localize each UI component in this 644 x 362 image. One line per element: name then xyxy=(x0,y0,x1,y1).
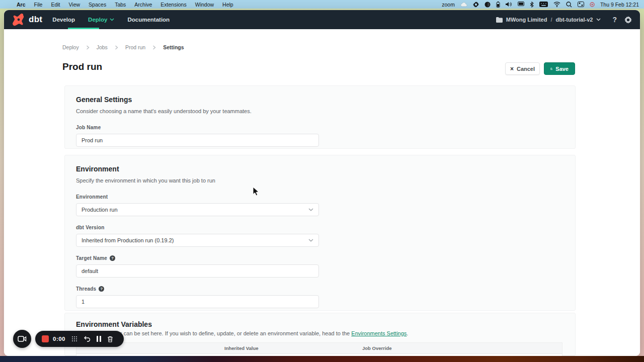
nav-item-documentation[interactable]: Documentation xyxy=(127,17,170,23)
navbar-right: MWong Limited / dbt-tutorial-v2 ? xyxy=(496,16,632,24)
restart-undo-icon[interactable] xyxy=(84,336,91,342)
nav-item-develop[interactable]: Develop xyxy=(52,17,75,23)
target-name-field: Target Name ? default xyxy=(76,255,564,278)
cancel-button[interactable]: × Cancel xyxy=(505,62,540,75)
table-header-row: Inherited Value Job Override xyxy=(76,342,562,353)
control-center-icon[interactable] xyxy=(578,2,584,7)
menu-arc[interactable]: Arc xyxy=(17,2,26,8)
menu-extensions[interactable]: Extensions xyxy=(160,2,186,8)
environment-card: Environment Specify the environment in w… xyxy=(64,155,576,311)
nav-item-deploy[interactable]: Deploy xyxy=(88,17,114,23)
breadcrumb-deploy[interactable]: Deploy xyxy=(62,44,79,50)
general-settings-title: General Settings xyxy=(76,96,564,104)
environment-select[interactable]: Production run xyxy=(76,203,319,216)
target-name-label-text: Target Name xyxy=(76,255,107,261)
menu-archive[interactable]: Archive xyxy=(134,2,152,8)
dbt-version-label: dbt Version xyxy=(76,225,564,230)
macos-menubar: Arc File Edit View Spaces Tabs Archive E… xyxy=(0,0,644,9)
close-x-icon: × xyxy=(510,65,514,72)
cloud-icon[interactable] xyxy=(460,2,467,7)
help-icon[interactable]: ? xyxy=(99,286,104,292)
menu-file[interactable]: File xyxy=(34,2,43,8)
menu-spaces[interactable]: Spaces xyxy=(89,2,106,8)
menu-view[interactable]: View xyxy=(69,2,80,8)
help-icon[interactable]: ? xyxy=(110,255,115,261)
general-settings-card: General Settings Consider choosing a nam… xyxy=(64,85,576,149)
menu-tabs[interactable]: Tabs xyxy=(115,2,126,8)
dbt-logo-text: dbt xyxy=(29,15,42,25)
threads-input[interactable]: 1 xyxy=(76,295,319,308)
folder-icon xyxy=(496,17,503,23)
breadcrumb-jobs[interactable]: Jobs xyxy=(97,44,108,50)
general-settings-description: Consider choosing a name that's easily u… xyxy=(76,108,564,114)
dbt-version-select-value: Inherited from Production run (0.19.2) xyxy=(82,237,174,243)
dbt-logo[interactable]: dbt xyxy=(12,13,42,26)
trash-icon[interactable] xyxy=(107,336,113,342)
env-vars-description-period: . xyxy=(407,330,408,336)
job-name-field: Job Name Prod run xyxy=(76,125,564,147)
apple-menu-icon[interactable] xyxy=(5,1,11,8)
bluetooth-icon[interactable] xyxy=(530,2,534,8)
nav-item-develop-label: Develop xyxy=(52,17,75,23)
environment-variables-card: Environment Variables Job level override… xyxy=(64,313,576,356)
breadcrumb-chevron-icon xyxy=(86,45,90,50)
breadcrumb-prod-run[interactable]: Prod run xyxy=(125,44,145,50)
job-name-input[interactable]: Prod run xyxy=(76,134,319,147)
display-icon[interactable] xyxy=(518,2,524,7)
video-camera-icon xyxy=(18,335,27,342)
help-icon[interactable]: ? xyxy=(612,16,617,24)
chevron-down-icon xyxy=(308,208,313,211)
breadcrumb-chevron-icon xyxy=(115,45,118,50)
gear-menu-icon[interactable] xyxy=(473,2,479,8)
menubar-clock[interactable]: Thu 9 Feb 12:21 xyxy=(600,2,639,8)
stop-recording-button[interactable] xyxy=(42,335,49,342)
camera-bubble-button[interactable] xyxy=(13,330,31,348)
spotlight-search-icon[interactable] xyxy=(566,2,572,8)
page-title: Prod run xyxy=(62,61,102,72)
chevron-down-icon xyxy=(308,239,313,242)
pause-icon[interactable] xyxy=(97,336,101,342)
wifi-icon[interactable] xyxy=(553,2,560,7)
dbt-navbar: dbt Develop Deploy Documentation MWong L… xyxy=(4,10,640,29)
environment-label-text: Environment xyxy=(76,194,108,200)
project-picker[interactable]: MWong Limited / dbt-tutorial-v2 xyxy=(496,17,601,23)
threads-label: Threads ? xyxy=(76,286,564,292)
path-separator: / xyxy=(550,17,552,23)
recording-indicator-icon[interactable] xyxy=(590,2,595,7)
zoom-menu-label[interactable]: zoom xyxy=(442,2,455,8)
do-not-disturb-icon[interactable] xyxy=(485,2,491,8)
target-name-input[interactable]: default xyxy=(76,264,319,278)
menubar-status-area: zoom xyxy=(442,2,639,8)
menu-help[interactable]: Help xyxy=(222,2,233,8)
job-name-label: Job Name xyxy=(76,125,564,130)
menu-window[interactable]: Window xyxy=(195,2,214,8)
menu-edit[interactable]: Edit xyxy=(51,2,60,8)
recording-timer: 0:00 xyxy=(53,336,65,342)
job-name-label-text: Job Name xyxy=(76,125,101,130)
threads-label-text: Threads xyxy=(76,286,96,292)
recording-toolbar: 0:00 xyxy=(35,331,124,347)
dbt-logo-icon xyxy=(12,13,25,26)
dbt-version-label-text: dbt Version xyxy=(76,225,105,230)
breadcrumb-chevron-icon xyxy=(152,45,156,50)
dbt-version-select[interactable]: Inherited from Production run (0.19.2) xyxy=(76,234,319,247)
drag-handle-icon[interactable] xyxy=(71,336,77,342)
project-name: dbt-tutorial-v2 xyxy=(555,17,593,23)
environment-label: Environment xyxy=(76,194,564,200)
input-source-icon[interactable] xyxy=(539,2,548,7)
environment-variables-title: Environment Variables xyxy=(76,320,564,328)
breadcrumb-settings[interactable]: Settings xyxy=(163,44,184,50)
breadcrumb: Deploy Jobs Prod run Settings xyxy=(62,44,184,50)
volume-icon[interactable] xyxy=(506,2,512,7)
save-button[interactable]: Save xyxy=(544,62,575,75)
environment-description: Specify the environment in which you wan… xyxy=(76,177,564,184)
environments-settings-link[interactable]: Environments Settings xyxy=(351,330,407,336)
save-button-label: Save xyxy=(555,66,569,72)
battery-icon[interactable] xyxy=(496,2,500,8)
menubar-app-menus: Arc File Edit View Spaces Tabs Archive E… xyxy=(17,2,233,8)
environment-variables-table: Inherited Value Job Override xyxy=(76,342,562,356)
table-header-job-override: Job Override xyxy=(362,345,562,351)
page-content: Deploy Jobs Prod run Settings Prod run ×… xyxy=(4,29,640,356)
environment-variables-description: Job level overrides can be set here. If … xyxy=(76,330,564,336)
settings-gear-icon[interactable] xyxy=(624,16,632,24)
